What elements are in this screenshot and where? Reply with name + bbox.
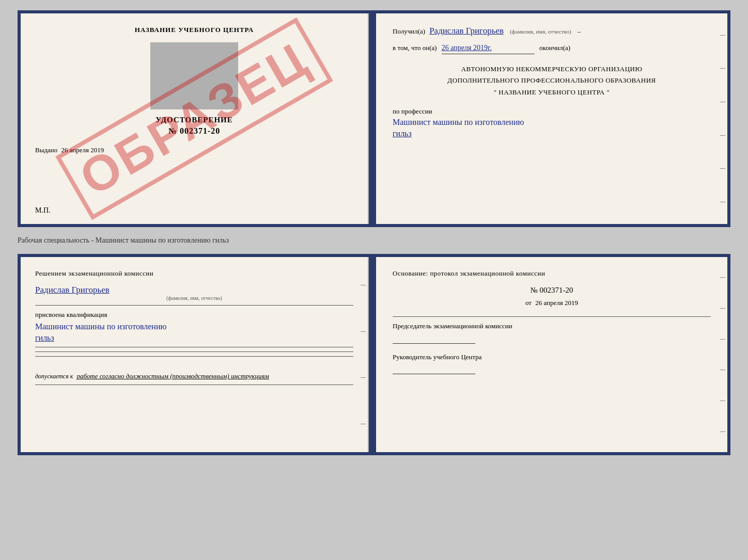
date-prefix-bottom: от bbox=[525, 299, 532, 307]
issued-line: Выдано 26 апреля 2019 bbox=[35, 146, 353, 154]
chairman-label: Председатель экзаменационной комиссии bbox=[393, 322, 512, 330]
admit-block: допускается к работе согласно должностны… bbox=[35, 372, 353, 380]
top-left-page: НАЗВАНИЕ УЧЕБНОГО ЦЕНТРА УДОСТОВЕРЕНИЕ №… bbox=[21, 13, 369, 224]
side-decoration-bottom-right bbox=[718, 257, 727, 452]
rule5 bbox=[35, 385, 353, 385]
org-block: АВТОНОМНУЮ НЕКОММЕРЧЕСКУЮ ОРГАНИЗАЦИЮ ДО… bbox=[393, 63, 711, 98]
top-document: НАЗВАНИЕ УЧЕБНОГО ЦЕНТРА УДОСТОВЕРЕНИЕ №… bbox=[18, 10, 730, 227]
qualified-label: присвоена квалификация bbox=[35, 311, 353, 319]
date-line: в том, что он(а) 26 апреля 2019г. окончи… bbox=[393, 42, 711, 54]
chairman-sign-line bbox=[393, 334, 475, 344]
recipient-name: Радислав Григорьев (фамилия, имя, отчест… bbox=[429, 26, 571, 36]
protocol-number-text: № 002371-20 bbox=[530, 286, 573, 294]
rule1 bbox=[35, 305, 353, 306]
cert-title: УДОСТОВЕРЕНИЕ bbox=[35, 116, 353, 124]
commission-title: Решением экзаменационной комиссии bbox=[35, 269, 353, 278]
director-sign-line bbox=[393, 365, 475, 374]
cert-number: № 002371-20 bbox=[35, 126, 353, 136]
name-hint-bottom: (фамилия, имя, отчество) bbox=[35, 295, 353, 301]
issued-label: Выдано bbox=[35, 146, 57, 154]
qualification: Машинист машины по изготовлению гильз bbox=[35, 322, 353, 343]
top-right-page: Получил(а) Радислав Григорьев (фамилия, … bbox=[376, 13, 727, 224]
org-line2: ДОПОЛНИТЕЛЬНОГО ПРОФЕССИОНАЛЬНОГО ОБРАЗО… bbox=[393, 75, 711, 86]
org-line1: АВТОНОМНУЮ НЕКОММЕРЧЕСКУЮ ОРГАНИЗАЦИЮ bbox=[393, 63, 711, 75]
profession-value2: гильз bbox=[393, 129, 711, 138]
director-block: Руководитель учебного Центра bbox=[393, 352, 711, 362]
admit-prefix: допускается к bbox=[35, 373, 73, 380]
separator-label: Рабочая специальность - Машинист машины … bbox=[18, 236, 730, 245]
protocol-number: № 002371-20 bbox=[393, 286, 711, 295]
director-label: Руководитель учебного Центра bbox=[393, 353, 482, 361]
recipient-name-text: Радислав Григорьев bbox=[429, 26, 504, 36]
spine-divider bbox=[369, 13, 376, 224]
side-decoration bbox=[718, 13, 727, 224]
received-line: Получил(а) Радислав Григорьев (фамилия, … bbox=[393, 26, 711, 36]
qual-line2: гильз bbox=[35, 333, 353, 343]
admit-text: работе согласно должностным (производств… bbox=[76, 372, 269, 380]
basis-title: Основание: протокол экзаменационной коми… bbox=[393, 269, 711, 278]
profession-label: по профессии bbox=[393, 107, 432, 115]
chairman-block: Председатель экзаменационной комиссии bbox=[393, 321, 711, 331]
person-name: Радислав Григорьев bbox=[35, 285, 110, 295]
bottom-right-page: Основание: протокол экзаменационной коми… bbox=[376, 257, 727, 452]
qual-line1: Машинист машины по изготовлению bbox=[35, 322, 353, 331]
photo-placeholder bbox=[150, 42, 238, 109]
date-value-bottom: 26 апреля 2019 bbox=[535, 299, 578, 307]
profession-value: Машинист машины по изготовлению bbox=[393, 118, 711, 127]
rule3 bbox=[35, 351, 353, 352]
date-suffix: окончил(а) bbox=[539, 44, 570, 52]
dash-1: – bbox=[578, 27, 581, 36]
top-left-header: НАЗВАНИЕ УЧЕБНОГО ЦЕНТРА bbox=[35, 26, 353, 34]
rule-right1 bbox=[393, 316, 711, 317]
side-decoration-bottom-left bbox=[359, 257, 368, 452]
profession-block: по профессии Машинист машины по изготовл… bbox=[393, 107, 711, 138]
mp-label: М.П. bbox=[35, 206, 51, 215]
org-line3: " НАЗВАНИЕ УЧЕБНОГО ЦЕНТРА " bbox=[393, 87, 711, 98]
rule2 bbox=[35, 347, 353, 347]
issued-date: 26 апреля 2019 bbox=[61, 146, 104, 154]
spine-divider-bottom bbox=[369, 257, 376, 452]
bottom-document: Решением экзаменационной комиссии Радисл… bbox=[18, 254, 730, 455]
protocol-date: от 26 апреля 2019 bbox=[393, 299, 711, 307]
date-prefix: в том, что он(а) bbox=[393, 44, 437, 52]
rule4 bbox=[35, 356, 353, 357]
received-prefix: Получил(а) bbox=[393, 27, 425, 36]
date-value: 26 апреля 2019г. bbox=[442, 42, 535, 54]
bottom-left-page: Решением экзаменационной комиссии Радисл… bbox=[21, 257, 369, 452]
person-line: Радислав Григорьев (фамилия, имя, отчест… bbox=[35, 285, 353, 301]
name-hint: (фамилия, имя, отчество) bbox=[510, 28, 571, 35]
